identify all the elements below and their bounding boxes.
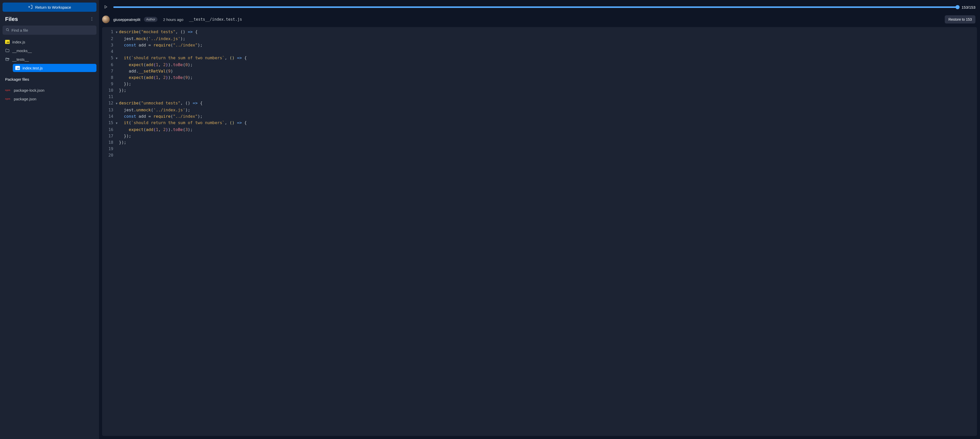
tree-item-label: __mocks__ [12, 48, 32, 53]
code-content: }); [119, 139, 126, 145]
packager-file-package-json[interactable]: npmpackage.json [3, 95, 97, 103]
line-number: 3 [102, 42, 115, 48]
line-number: 13 [102, 107, 115, 113]
fold-marker [115, 42, 119, 48]
packager-tree: npmpackage-lock.jsonnpmpackage.json [3, 86, 97, 103]
line-number: 1 [102, 29, 115, 35]
code-content: const add = require("../index"); [119, 42, 203, 48]
line-number: 18 [102, 139, 115, 145]
files-heading: Files [5, 16, 18, 22]
code-content: describe("unmocked tests", () => { [119, 100, 203, 107]
packager-file-package-lock-json[interactable]: npmpackage-lock.json [3, 86, 97, 94]
fold-marker [115, 81, 119, 87]
code-line: 14 const add = require("../index"); [102, 113, 977, 120]
code-content: expect(add(1, 2)).toBe(9); [119, 74, 192, 81]
line-number: 16 [102, 126, 115, 133]
code-line: 15▼ it(`should return the sum of two num… [102, 120, 977, 126]
tree-item-label: index.test.js [22, 66, 43, 70]
timeline-thumb[interactable] [956, 5, 959, 9]
folder-icon [5, 48, 10, 53]
fold-marker[interactable]: ▼ [115, 55, 119, 62]
code-line: 12▼describe("unmocked tests", () => { [102, 100, 977, 107]
timeline-position: 153/153 [962, 5, 975, 10]
code-line: 18}); [102, 139, 977, 145]
fold-marker [115, 139, 119, 145]
fold-marker [115, 113, 119, 120]
code-line: 13 jest.unmock('../index.js'); [102, 107, 977, 113]
fold-marker [115, 35, 119, 42]
code-line: 2 jest.mock('../index.js'); [102, 35, 977, 42]
svg-point-3 [6, 29, 9, 31]
line-number: 7 [102, 68, 115, 74]
code-content: describe("mocked tests", () => { [119, 29, 197, 35]
line-number: 15 [102, 120, 115, 126]
line-number: 5 [102, 55, 115, 62]
main-panel: 153/153 giuseppeatreplit Author 2 hours … [99, 0, 980, 439]
code-content: }); [119, 133, 131, 139]
line-number: 2 [102, 35, 115, 42]
code-line: 3 const add = require("../index"); [102, 42, 977, 48]
commit-age: 2 hours ago [163, 18, 183, 22]
file-search[interactable] [3, 26, 97, 35]
fold-marker [115, 107, 119, 113]
folder-item--mocks-[interactable]: __mocks__ [3, 46, 97, 55]
avatar [102, 16, 110, 23]
code-line: 11 [102, 93, 977, 100]
fold-marker [115, 68, 119, 74]
npm-file-icon: npm [5, 97, 11, 100]
code-content: it(`should return the sum of two numbers… [119, 55, 247, 62]
code-line: 9 }); [102, 81, 977, 87]
fold-marker [115, 126, 119, 133]
history-timeline: 153/153 [99, 0, 980, 11]
files-header: Files [3, 13, 97, 24]
fold-marker[interactable]: ▼ [115, 29, 119, 35]
code-line: 17 }); [102, 133, 977, 139]
line-number: 8 [102, 74, 115, 81]
commit-bar: giuseppeatreplit Author 2 hours ago __te… [99, 11, 980, 27]
line-number: 4 [102, 48, 115, 55]
tree-item-label: package.json [14, 97, 36, 101]
fold-marker [115, 74, 119, 81]
packager-heading: Packager files [3, 73, 97, 83]
search-input[interactable] [11, 28, 94, 32]
code-content: }); [119, 87, 126, 93]
line-number: 10 [102, 87, 115, 93]
code-line: 4 [102, 48, 977, 55]
folder-open-icon [5, 57, 10, 62]
files-menu-button[interactable] [89, 16, 95, 22]
code-content: expect(add(1, 2)).toBe(0); [119, 62, 192, 68]
code-content: it(`should return the sum of two numbers… [119, 120, 247, 126]
file-item-index-test-js[interactable]: JSindex.test.js [13, 64, 97, 72]
code-content: jest.mock('../index.js'); [119, 35, 185, 42]
kebab-icon [89, 17, 94, 22]
line-number: 11 [102, 93, 115, 100]
js-file-icon: JS [5, 40, 10, 44]
svg-point-1 [92, 18, 92, 19]
fold-marker[interactable]: ▼ [115, 100, 119, 107]
sidebar: Return to Workspace Files JSindex.js__mo… [0, 0, 99, 439]
return-to-workspace-button[interactable]: Return to Workspace [3, 3, 97, 12]
restore-button[interactable]: Restore to 153 [945, 15, 975, 24]
code-line: 6 expect(add(1, 2)).toBe(0); [102, 62, 977, 68]
play-button[interactable] [102, 3, 109, 11]
code-line: 1▼describe("mocked tests", () => { [102, 29, 977, 35]
tree-item-label: package-lock.json [14, 88, 45, 93]
file-path: __tests__/index.test.js [189, 17, 242, 22]
npm-file-icon: npm [5, 89, 11, 91]
line-number: 20 [102, 152, 115, 158]
tree-item-label: __tests__ [12, 57, 29, 62]
code-editor[interactable]: 1▼describe("mocked tests", () => {2 jest… [102, 27, 977, 436]
fold-marker[interactable]: ▼ [115, 120, 119, 126]
line-number: 9 [102, 81, 115, 87]
code-line: 19 [102, 145, 977, 152]
file-item-index-js[interactable]: JSindex.js [3, 38, 97, 46]
fold-marker [115, 93, 119, 100]
code-line: 5▼ it(`should return the sum of two numb… [102, 55, 977, 62]
play-icon [103, 5, 108, 10]
file-tree: JSindex.js__mocks____tests__JSindex.test… [3, 38, 97, 72]
code-line: 16 expect(add(1, 2)).toBe(3); [102, 126, 977, 133]
fold-marker [115, 133, 119, 139]
svg-point-2 [92, 20, 92, 21]
timeline-track[interactable] [113, 6, 958, 8]
folder-item--tests-[interactable]: __tests__ [3, 55, 97, 63]
